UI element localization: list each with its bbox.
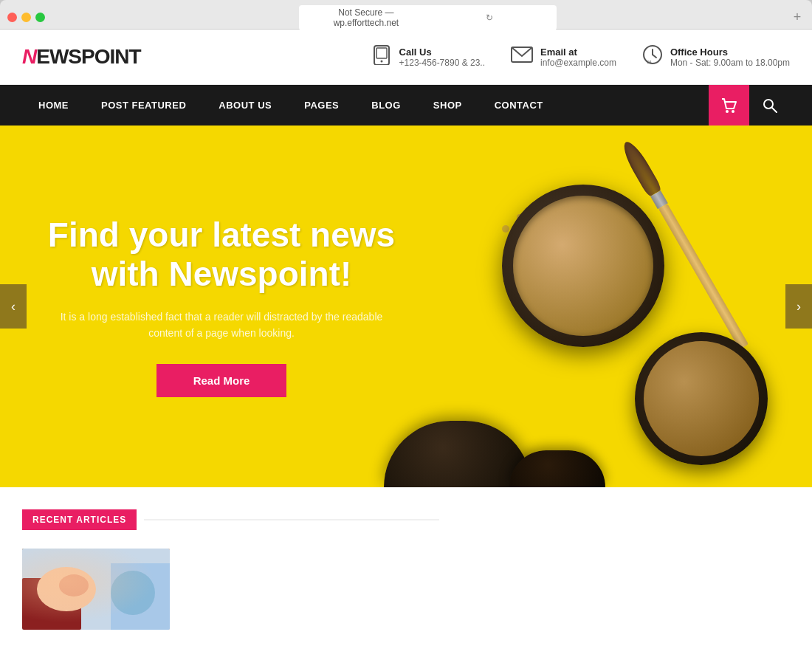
- maximize-button[interactable]: [35, 13, 45, 22]
- svg-line-11: [772, 108, 777, 112]
- top-header: NEWSPOINT Call Us +123-456-7890 & 23..: [0, 30, 812, 85]
- cart-button[interactable]: [709, 85, 749, 126]
- reload-icon[interactable]: ↻: [430, 13, 549, 23]
- svg-line-6: [653, 55, 656, 58]
- call-value: +123-456-7890 & 23..: [399, 58, 485, 68]
- website-container: NEWSPOINT Call Us +123-456-7890 & 23..: [0, 30, 812, 660]
- hero-slider: Find your latest news with Newspoint! It…: [0, 126, 812, 487]
- email-label: Email at: [540, 47, 616, 58]
- svg-text:24: 24: [647, 60, 652, 64]
- call-label: Call Us: [399, 47, 485, 58]
- logo-rest: EWSPOINT: [36, 45, 140, 68]
- brush-head: [619, 138, 662, 197]
- svg-point-14: [37, 567, 96, 611]
- nav-items: HOME POST FEATURED ABOUT US PAGES BLOG S…: [22, 85, 709, 126]
- nav-home[interactable]: HOME: [22, 85, 85, 126]
- email-text: Email at info@example.com: [540, 47, 616, 68]
- call-info: Call Us +123-456-7890 & 23..: [371, 44, 485, 69]
- hero-content: Find your latest news with Newspoint! It…: [0, 216, 443, 397]
- svg-point-17: [111, 571, 155, 615]
- hero-title: Find your latest news with Newspoint!: [44, 216, 399, 294]
- address-text: Not Secure — wp.efforttech.net: [306, 7, 425, 28]
- nav-contact[interactable]: CONTACT: [478, 85, 560, 126]
- clock-icon: 24: [642, 44, 663, 69]
- svg-rect-13: [22, 578, 81, 630]
- office-label: Office Hours: [670, 47, 790, 58]
- article-thumbnail: [22, 549, 170, 630]
- svg-point-10: [764, 100, 773, 109]
- section-header: RECENT ARTICLES: [22, 509, 790, 530]
- traffic-lights: [7, 13, 45, 22]
- compact-main: [502, 185, 664, 347]
- svg-point-15: [59, 574, 89, 597]
- email-icon: [511, 47, 533, 67]
- section-tag: RECENT ARTICLES: [22, 509, 137, 530]
- compact-right: [635, 332, 768, 465]
- slider-next-button[interactable]: ›: [785, 284, 812, 329]
- articles-grid: [22, 549, 790, 630]
- site-logo[interactable]: NEWSPOINT: [22, 45, 141, 69]
- main-nav: HOME POST FEATURED ABOUT US PAGES BLOG S…: [0, 85, 812, 126]
- hero-read-more-button[interactable]: Read More: [156, 364, 287, 397]
- browser-chrome: Not Secure — wp.efforttech.net ↻ +: [0, 0, 812, 30]
- address-bar[interactable]: Not Secure — wp.efforttech.net ↻: [299, 5, 556, 30]
- nav-post-featured[interactable]: POST FEATURED: [85, 85, 202, 126]
- hero-subtitle: It is a long established fact that a rea…: [44, 309, 399, 342]
- svg-point-9: [732, 110, 734, 113]
- minimize-button[interactable]: [21, 13, 31, 22]
- nav-pages[interactable]: PAGES: [288, 85, 355, 126]
- office-text: Office Hours Mon - Sat: 9.00am to 18.00p…: [670, 47, 790, 68]
- recent-articles-section: RECENT ARTICLES: [0, 487, 812, 637]
- email-value: info@example.com: [540, 58, 616, 68]
- search-button[interactable]: [749, 85, 790, 126]
- svg-rect-12: [22, 549, 170, 630]
- office-value: Mon - Sat: 9.00am to 18.00pm: [670, 58, 790, 68]
- nav-about-us[interactable]: ABOUT US: [202, 85, 288, 126]
- new-tab-button[interactable]: +: [790, 10, 805, 25]
- svg-rect-16: [111, 563, 170, 630]
- office-info: 24 Office Hours Mon - Sat: 9.00am to 18.…: [642, 44, 790, 69]
- close-button[interactable]: [7, 13, 17, 22]
- svg-rect-1: [376, 48, 387, 58]
- header-info: Call Us +123-456-7890 & 23.. Email at in…: [371, 44, 790, 69]
- brush-handle: [658, 204, 748, 350]
- compact-lid: [384, 421, 531, 487]
- slider-prev-button[interactable]: ‹: [0, 284, 27, 329]
- email-info: Email at info@example.com: [511, 47, 616, 68]
- svg-point-2: [380, 61, 382, 63]
- nav-shop[interactable]: SHOP: [417, 85, 478, 126]
- logo-n: N: [22, 45, 36, 68]
- phone-icon: [371, 44, 392, 69]
- section-divider: [144, 519, 439, 520]
- article-card[interactable]: [22, 549, 170, 630]
- nav-blog[interactable]: BLOG: [355, 85, 417, 126]
- call-text: Call Us +123-456-7890 & 23..: [399, 47, 485, 68]
- svg-point-8: [726, 110, 729, 113]
